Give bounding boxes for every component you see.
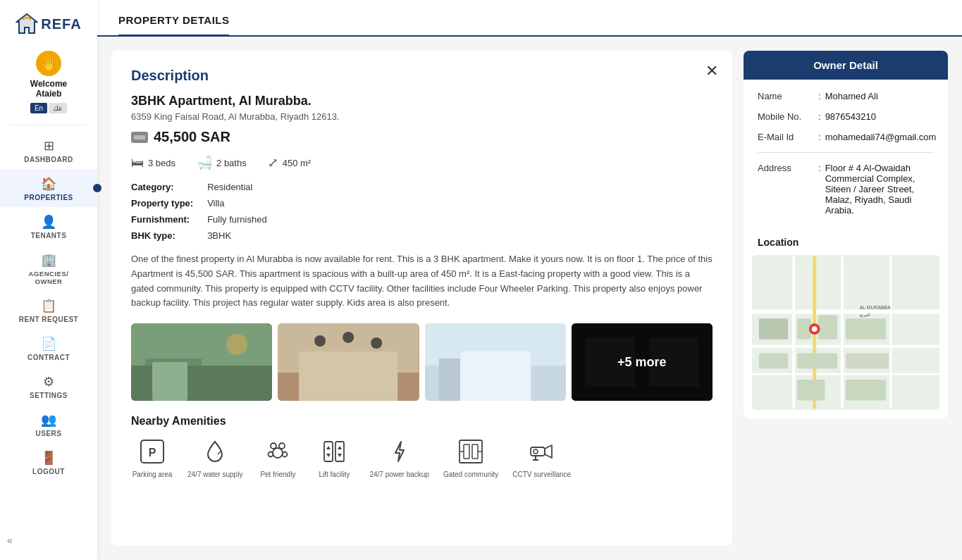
- svg-text:AL MURABBA: AL MURABBA: [860, 305, 891, 310]
- area-icon: ⤢: [268, 155, 278, 170]
- svg-marker-30: [326, 446, 331, 449]
- svg-rect-29: [335, 442, 344, 461]
- property-address: 6359 King Faisal Road, Al Murabba, Riyad…: [131, 111, 713, 122]
- svg-marker-32: [338, 446, 342, 449]
- svg-line-22: [218, 452, 221, 454]
- svg-point-12: [371, 337, 382, 349]
- svg-point-63: [812, 326, 818, 332]
- bed-icon: 🛏: [131, 156, 144, 170]
- map-container[interactable]: AL MURABBA المربع: [752, 255, 939, 410]
- property-image-3[interactable]: [425, 323, 566, 401]
- svg-rect-55: [846, 318, 886, 340]
- svg-rect-15: [460, 351, 531, 401]
- sidebar-item-properties[interactable]: 🏠 PROPERTIES: [0, 169, 97, 207]
- amenities-title: Nearby Amenities: [131, 415, 713, 428]
- svg-text:المربع: المربع: [860, 313, 870, 318]
- svg-rect-60: [797, 380, 825, 401]
- svg-rect-56: [759, 318, 788, 340]
- tenants-icon: 👤: [41, 214, 56, 230]
- lang-en-button[interactable]: En: [30, 103, 47, 113]
- svg-point-10: [314, 335, 326, 347]
- sidebar-item-settings[interactable]: ⚙ SETTINGS: [0, 367, 97, 405]
- svg-marker-34: [395, 442, 404, 461]
- property-price: 45,500 SAR: [131, 129, 713, 145]
- lang-switcher: En عك: [30, 103, 67, 113]
- more-images-overlay[interactable]: +5 more: [572, 323, 713, 401]
- logo-text: REFA: [41, 16, 81, 32]
- svg-rect-28: [324, 442, 333, 461]
- user-name: WelcomeAtaieb: [30, 79, 67, 99]
- page-header: PROPERTY DETAILS: [97, 0, 962, 37]
- dashboard-icon: ⊞: [44, 138, 54, 154]
- svg-marker-31: [326, 454, 331, 457]
- sidebar-item-tenants[interactable]: 👤 TENANTS: [0, 207, 97, 245]
- svg-point-25: [273, 448, 283, 458]
- amenity-water: 24/7 water supply: [187, 437, 242, 479]
- amenity-cctv: CCTV surveillance: [512, 437, 571, 479]
- owner-address-row: Address : Floor # 4 Al-Owaidah Commercia…: [758, 163, 934, 216]
- agencies-icon: 🏢: [41, 252, 56, 268]
- sidebar-item-contract[interactable]: 📄 CONTRACT: [0, 329, 97, 367]
- description-heading: Description: [131, 68, 713, 84]
- svg-rect-58: [846, 354, 889, 369]
- svg-rect-9: [299, 351, 397, 401]
- svg-rect-36: [464, 444, 469, 459]
- property-image-2[interactable]: [278, 323, 419, 401]
- owner-divider: [758, 152, 934, 153]
- owner-mobile-row: Mobile No. : 9876543210: [758, 111, 934, 122]
- close-button[interactable]: ✕: [705, 62, 718, 80]
- sidebar-item-logout[interactable]: 🚪 LOGOUT: [0, 443, 97, 481]
- svg-rect-5: [152, 362, 187, 401]
- properties-icon: 🏠: [41, 176, 56, 192]
- contract-icon: 📄: [41, 336, 56, 351]
- svg-rect-37: [472, 444, 478, 459]
- owner-body: Name : Mohamed Ali Mobile No. : 98765432…: [744, 80, 948, 237]
- property-stats: 🛏 3 beds 🛁 2 baths ⤢ 450 m²: [131, 155, 713, 170]
- amenities-grid: P Parking area 24/7 water supply Pet fri…: [131, 437, 713, 479]
- svg-rect-53: [797, 318, 811, 340]
- cctv-icon: [528, 437, 556, 466]
- amenity-gated: Gated community: [443, 437, 498, 479]
- sidebar-item-agencies[interactable]: 🏢 AGENCIES/OWNER: [0, 245, 97, 291]
- svg-marker-41: [545, 445, 552, 458]
- amenity-pet: Pet friendly: [257, 437, 299, 479]
- pet-icon: [264, 437, 292, 466]
- user-section: 🤚 WelcomeAtaieb En عك: [30, 42, 67, 119]
- beds-stat: 🛏 3 beds: [131, 156, 175, 170]
- price-icon: [131, 132, 148, 143]
- logout-icon: 🚪: [41, 450, 56, 466]
- lang-ar-button[interactable]: عك: [49, 103, 67, 113]
- avatar: 🤚: [36, 51, 61, 76]
- sidebar-item-rent-request[interactable]: 📋 RENT REQUEST: [0, 291, 97, 329]
- amenity-parking: P Parking area: [131, 437, 173, 479]
- sidebar-divider: [10, 125, 87, 125]
- sidebar-item-users[interactable]: 👥 USERS: [0, 405, 97, 443]
- property-card: ✕ Description 3BHK Apartment, Al Murabba…: [111, 51, 732, 546]
- location-title: Location: [744, 237, 948, 248]
- lift-icon: [320, 437, 348, 466]
- property-image-more[interactable]: +5 more: [572, 323, 713, 401]
- sidebar: REFA 🤚 WelcomeAtaieb En عك ⊞ DASHBOARD 🏠…: [0, 0, 97, 560]
- property-images: +5 more: [131, 323, 713, 401]
- svg-text:P: P: [149, 447, 156, 459]
- property-image-1[interactable]: [131, 323, 272, 401]
- area-stat: ⤢ 450 m²: [268, 155, 311, 170]
- gated-icon: [457, 437, 485, 466]
- owner-panel: Owner Detail Name : Mohamed Ali Mobile N…: [744, 51, 948, 546]
- baths-stat: 🛁 2 baths: [197, 155, 247, 170]
- property-name: 3BHK Apartment, Al Murabba.: [131, 94, 713, 108]
- bath-icon: 🛁: [197, 155, 212, 170]
- svg-point-6: [226, 334, 247, 355]
- owner-name-row: Name : Mohamed Ali: [758, 91, 934, 101]
- power-icon: [386, 437, 414, 466]
- svg-rect-1: [134, 135, 145, 139]
- main-content: PROPERTY DETAILS ✕ Description 3BHK Apar…: [97, 0, 962, 560]
- sidebar-item-dashboard[interactable]: ⊞ DASHBOARD: [0, 131, 97, 169]
- parking-icon: P: [138, 437, 166, 466]
- settings-icon: ⚙: [43, 374, 54, 390]
- users-icon: 👥: [41, 412, 56, 428]
- owner-card: Owner Detail Name : Mohamed Ali Mobile N…: [744, 51, 948, 418]
- page-title: PROPERTY DETAILS: [118, 14, 229, 37]
- sidebar-collapse-button[interactable]: «: [7, 535, 13, 546]
- water-icon: [201, 437, 229, 466]
